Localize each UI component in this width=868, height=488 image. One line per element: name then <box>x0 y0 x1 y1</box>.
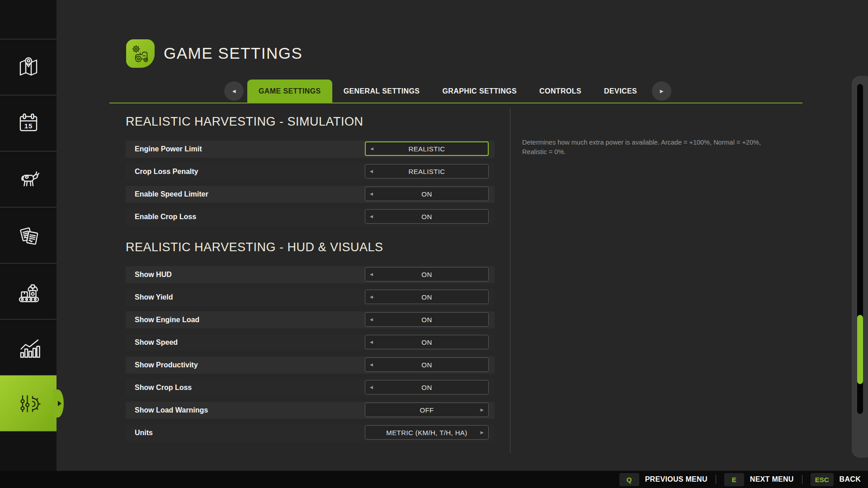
next-tab-button[interactable]: ▶ <box>652 81 671 101</box>
prev-tab-button[interactable]: ◀ <box>224 81 244 101</box>
key-badge-e: E <box>724 473 744 486</box>
setting-value-stepper[interactable]: ◀REALISTIC <box>365 141 489 156</box>
sidebar-item-calendar[interactable]: 15 <box>0 95 57 151</box>
setting-value-stepper[interactable]: ◀ON <box>365 290 489 304</box>
setting-row: Show Engine Load◀ON <box>126 311 495 328</box>
setting-row: Show Load WarningsOFF▶ <box>126 402 495 419</box>
tab-underline <box>109 103 802 103</box>
setting-value-stepper[interactable]: ◀ON <box>365 335 489 349</box>
setting-value-stepper[interactable]: METRIC (KM/H, T/H, HA)▶ <box>365 425 489 440</box>
setting-value: OFF <box>420 406 434 414</box>
tab-bar: ◀GAME SETTINGSGENERAL SETTINGSGRAPHIC SE… <box>221 80 675 103</box>
section-title: REALISTIC HARVESTING - SIMULATION <box>126 115 495 129</box>
settings-list: REALISTIC HARVESTING - SIMULATIONEngine … <box>126 108 495 447</box>
setting-value: ON <box>421 384 432 391</box>
setting-value: METRIC (KM/H, T/H, HA) <box>386 429 467 436</box>
svg-text:15: 15 <box>24 122 33 129</box>
stepper-left-arrow-icon[interactable]: ◀ <box>370 272 373 277</box>
production-icon <box>16 279 41 304</box>
tab-devices[interactable]: DEVICES <box>593 80 648 103</box>
setting-description: Determines how much extra power is avail… <box>522 138 773 157</box>
tab-game-settings[interactable]: GAME SETTINGS <box>247 80 332 103</box>
scrollbar-thumb[interactable] <box>857 315 863 384</box>
scrollbar-track[interactable] <box>857 84 863 414</box>
setting-value-stepper[interactable]: ◀ON <box>365 357 489 372</box>
shortcut-bar: QPREVIOUS MENUENEXT MENUESCBACK <box>0 471 868 488</box>
setting-value-stepper[interactable]: ◀ON <box>365 380 489 394</box>
map-icon <box>16 55 41 80</box>
page-title: GAME SETTINGS <box>164 44 302 62</box>
sidebar-item-statistics[interactable] <box>0 319 57 375</box>
stepper-left-arrow-icon[interactable]: ◀ <box>370 340 373 344</box>
stepper-left-arrow-icon[interactable]: ◀ <box>370 214 373 219</box>
shortcut-label[interactable]: PREVIOUS MENU <box>645 475 708 483</box>
stepper-right-arrow-icon[interactable]: ▶ <box>481 408 484 412</box>
sidebar-item-map[interactable] <box>0 39 57 95</box>
key-badge-esc: ESC <box>811 473 834 486</box>
shortcut-divider <box>802 475 802 484</box>
setting-value: ON <box>421 213 432 221</box>
setting-value: ON <box>421 361 432 369</box>
setting-value: ON <box>421 338 432 346</box>
settings-gear-icon <box>16 391 41 416</box>
tab-general-settings[interactable]: GENERAL SETTINGS <box>332 80 431 103</box>
sidebar: 15 <box>0 0 57 488</box>
shortcut-divider <box>716 475 716 484</box>
setting-value: REALISTIC <box>408 168 445 175</box>
key-badge-q: Q <box>619 473 639 486</box>
sidebar-item-contracts[interactable] <box>0 207 57 263</box>
setting-row: Show Crop Loss◀ON <box>126 379 495 396</box>
setting-row: UnitsMETRIC (KM/H, T/H, HA)▶ <box>126 424 495 441</box>
stepper-left-arrow-icon[interactable]: ◀ <box>370 385 373 389</box>
setting-row: Show HUD◀ON <box>126 266 495 283</box>
tab-graphic-settings[interactable]: GRAPHIC SETTINGS <box>431 80 528 103</box>
stepper-right-arrow-icon[interactable]: ▶ <box>481 430 484 435</box>
setting-row: Engine Power Limit◀REALISTIC <box>126 141 495 158</box>
tab-controls[interactable]: CONTROLS <box>528 80 593 103</box>
setting-value-stepper[interactable]: ◀ON <box>365 267 489 282</box>
setting-value: ON <box>421 316 432 324</box>
setting-row: Crop Loss Penalty◀REALISTIC <box>126 163 495 180</box>
statistics-icon <box>16 335 41 360</box>
setting-row: Show Yield◀ON <box>126 289 495 306</box>
setting-value-stepper[interactable]: ◀ON <box>365 187 489 201</box>
section-title: REALISTIC HARVESTING - HUD & VISUALS <box>126 240 495 254</box>
tractor-gear-icon <box>130 43 151 64</box>
panel-divider <box>510 108 510 453</box>
setting-row: Show Speed◀ON <box>126 334 495 351</box>
active-item-arrow-icon <box>58 401 61 406</box>
setting-value-stepper[interactable]: ◀ON <box>365 209 489 224</box>
setting-value-stepper[interactable]: OFF▶ <box>365 403 489 417</box>
shortcut-label[interactable]: NEXT MENU <box>750 475 794 483</box>
stepper-left-arrow-icon[interactable]: ◀ <box>370 169 373 174</box>
page-icon-badge <box>126 39 155 68</box>
shortcut-label[interactable]: BACK <box>840 475 861 483</box>
setting-value-stepper[interactable]: ◀ON <box>365 312 489 327</box>
sidebar-item-animals[interactable] <box>0 151 57 207</box>
setting-row: Show Productivity◀ON <box>126 357 495 374</box>
setting-value-stepper[interactable]: ◀REALISTIC <box>365 164 489 178</box>
scrollbar <box>852 76 868 458</box>
cow-icon <box>16 167 41 192</box>
setting-value: ON <box>421 293 432 301</box>
stepper-left-arrow-icon[interactable]: ◀ <box>370 146 373 151</box>
setting-value: ON <box>421 190 432 198</box>
setting-value: REALISTIC <box>408 145 445 153</box>
stepper-left-arrow-icon[interactable]: ◀ <box>370 192 373 196</box>
stepper-left-arrow-icon[interactable]: ◀ <box>370 317 373 322</box>
sidebar-item-settings[interactable] <box>0 375 57 431</box>
stepper-left-arrow-icon[interactable]: ◀ <box>370 295 373 299</box>
game-settings-screen: 97 FPS 15 <box>0 0 868 488</box>
stepper-left-arrow-icon[interactable]: ◀ <box>370 362 373 367</box>
sidebar-item-production[interactable] <box>0 263 57 319</box>
calendar-icon: 15 <box>16 111 41 136</box>
setting-row: Enable Speed Limiter◀ON <box>126 186 495 203</box>
setting-row: Enable Crop Loss◀ON <box>126 208 495 225</box>
contracts-icon <box>16 223 41 248</box>
sidebar-divider <box>0 431 57 432</box>
setting-value: ON <box>421 271 432 278</box>
